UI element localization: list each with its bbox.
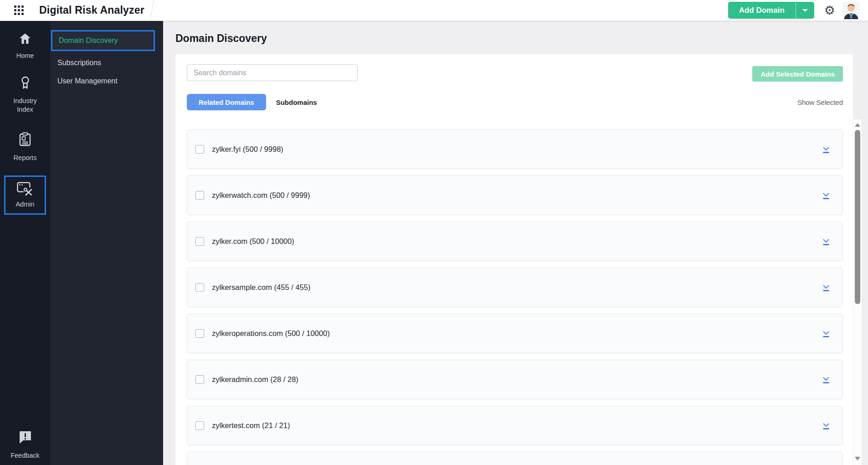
title-divider — [150, 0, 154, 20]
sidebar-item-label: Industry Index — [7, 97, 43, 114]
domain-label: zylker.fyi (500 / 9998) — [212, 145, 283, 154]
expand-chevron-icon[interactable] — [821, 421, 831, 431]
avatar[interactable] — [842, 2, 860, 19]
sidebar-item-industry-index[interactable]: Industry Index — [7, 76, 43, 114]
domain-label: zylkersample.com (455 / 455) — [212, 283, 310, 292]
expand-chevron-icon[interactable] — [821, 145, 831, 155]
add-domain-dropdown-button[interactable] — [796, 2, 814, 19]
domain-checkbox[interactable] — [195, 375, 204, 384]
scroll-up-button[interactable] — [855, 123, 860, 127]
domain-row[interactable]: zylker.com (500 / 10000) — [187, 222, 843, 261]
domain-label: zylkerwatch.com (500 / 9999) — [212, 191, 310, 200]
domain-row[interactable]: zylkerwatch.com (500 / 9999) — [187, 176, 843, 215]
page-title: Domain Discovery — [175, 32, 868, 45]
domain-checkbox[interactable] — [195, 145, 204, 154]
sidebar-item-admin[interactable]: Admin — [4, 176, 46, 215]
domain-row[interactable]: zylkertest.com (21 / 21) — [187, 406, 843, 445]
domain-checkbox[interactable] — [195, 421, 204, 430]
domain-list: zylker.fyi (500 / 9998) zylkerwatch.com … — [187, 129, 843, 465]
expand-chevron-icon[interactable] — [821, 375, 831, 385]
primary-sidebar: Home Industry Index — [0, 21, 50, 465]
domain-row[interactable]: zylkeroperations.com (500 / 10000) — [187, 314, 843, 353]
clipboard-icon — [19, 132, 31, 148]
sidebar-item-home[interactable]: Home — [16, 33, 34, 60]
sidebar-item-reports[interactable]: Reports — [14, 132, 37, 162]
secondary-sidebar: Domain Discovery Subscriptions User Mana… — [50, 21, 163, 465]
sidebar-item-label: Feedback — [10, 451, 40, 460]
show-selected-link[interactable]: Show Selected — [797, 98, 843, 106]
toolbar: Add Selected Domains — [187, 64, 843, 82]
app-grid-icon[interactable] — [14, 5, 24, 16]
add-domain-split-button: Add Domain — [728, 2, 814, 19]
top-bar: Digital Risk Analyzer Add Domain ⚙ — [0, 0, 868, 21]
chevron-down-icon — [802, 9, 808, 12]
domain-discovery-panel: Add Selected Domains Related Domains Sub… — [175, 54, 853, 465]
domain-row[interactable]: zylker.fyi (500 / 9998) — [187, 129, 843, 169]
domain-checkbox[interactable] — [195, 237, 204, 246]
sidebar-item-label: Home — [16, 52, 34, 60]
sidebar-item-domain-discovery[interactable]: Domain Discovery — [51, 30, 155, 51]
scrollbar-thumb[interactable] — [855, 130, 860, 304]
expand-chevron-icon[interactable] — [821, 329, 831, 339]
domain-row[interactable]: zylkeradmin.com (28 / 28) — [187, 360, 843, 399]
expand-chevron-icon[interactable] — [821, 283, 831, 293]
expand-chevron-icon[interactable] — [821, 191, 831, 201]
add-selected-domains-button[interactable]: Add Selected Domains — [752, 66, 843, 82]
scrollbar-track[interactable] — [853, 119, 862, 465]
tab-related-domains[interactable]: Related Domains — [187, 94, 266, 110]
sidebar-item-label: Reports — [14, 154, 37, 162]
admin-tools-icon — [17, 182, 33, 198]
feedback-bubble-icon — [18, 431, 32, 446]
domain-checkbox[interactable] — [195, 191, 204, 200]
domain-label: zylkertest.com (21 / 21) — [212, 421, 290, 430]
home-icon — [19, 33, 31, 46]
domain-checkbox[interactable] — [195, 283, 204, 292]
scroll-down-button[interactable] — [855, 457, 860, 460]
domain-row[interactable]: zylkercorp.com (500 / 10000) — [187, 452, 843, 465]
domain-label: zylker.com (500 / 10000) — [212, 237, 294, 246]
search-input[interactable] — [187, 64, 358, 81]
app-title: Digital Risk Analyzer — [39, 4, 144, 16]
domain-label: zylkeroperations.com (500 / 10000) — [212, 329, 330, 338]
tabs-row: Related Domains Subdomains Show Selected — [187, 94, 843, 110]
sidebar-item-feedback[interactable]: Feedback — [10, 431, 40, 460]
expand-chevron-icon[interactable] — [821, 237, 831, 247]
sidebar-item-subscriptions[interactable]: Subscriptions — [50, 54, 163, 72]
app-window: Digital Risk Analyzer Add Domain ⚙ — [0, 0, 868, 465]
domain-row[interactable]: zylkersample.com (455 / 455) — [187, 268, 843, 307]
add-domain-button[interactable]: Add Domain — [728, 2, 796, 19]
sidebar-item-label: Admin — [15, 200, 34, 209]
tab-subdomains[interactable]: Subdomains — [276, 98, 317, 106]
medal-icon — [19, 76, 31, 91]
main-content: Domain Discovery Add Selected Domains Re… — [163, 21, 868, 465]
gear-icon[interactable]: ⚙ — [824, 4, 835, 16]
domain-checkbox[interactable] — [195, 329, 204, 338]
sidebar-item-user-management[interactable]: User Management — [50, 72, 163, 90]
domain-label: zylkeradmin.com (28 / 28) — [212, 375, 298, 384]
